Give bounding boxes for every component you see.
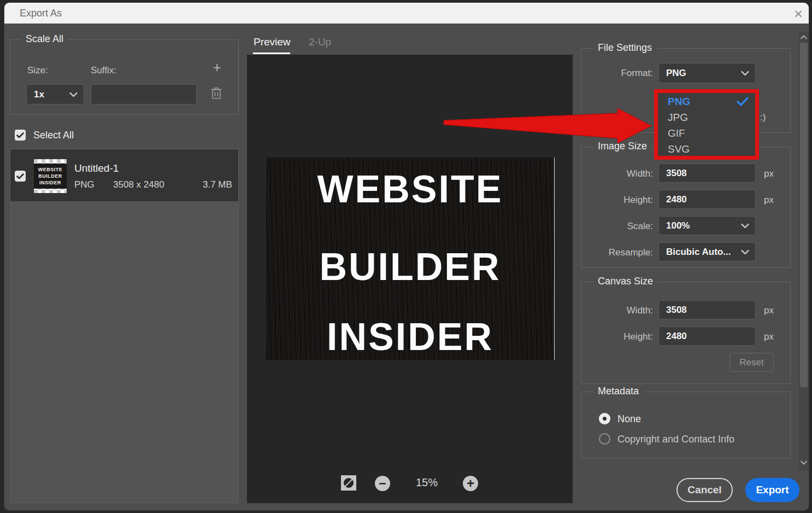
reset-button[interactable]: Reset: [729, 353, 774, 372]
scale-select[interactable]: 100%: [658, 216, 756, 235]
format-option-gif[interactable]: GIF: [668, 125, 744, 141]
export-button[interactable]: Export: [745, 478, 799, 502]
zoom-level: 15%: [411, 476, 443, 489]
canvas-height-unit: px: [764, 331, 774, 342]
check-icon: [16, 173, 24, 179]
file-name: Untitled-1: [74, 162, 119, 174]
image-width-input[interactable]: [658, 164, 756, 183]
select-all-checkbox[interactable]: [15, 130, 26, 141]
file-dimensions: 3508 x 2480: [113, 179, 164, 190]
canvas-height-input[interactable]: [658, 327, 756, 346]
chevron-down-icon: [741, 249, 749, 254]
metadata-copyright-radio[interactable]: [599, 433, 610, 445]
image-height-input[interactable]: [658, 190, 756, 209]
metadata-none-label: None: [617, 413, 641, 425]
fit-to-view-icon[interactable]: [341, 475, 356, 491]
zoom-out-button[interactable]: −: [375, 476, 390, 491]
tab-2up[interactable]: 2-Up: [309, 36, 331, 48]
size-select[interactable]: 1x: [26, 84, 84, 104]
metadata-section: [581, 392, 791, 458]
export-as-screen: Export As ✕ Scale All Size: Suffix: + 1x…: [0, 0, 812, 513]
format-option-svg[interactable]: SVG: [668, 141, 744, 157]
canvas-size-legend: Canvas Size: [593, 276, 658, 287]
scale-all-legend: Scale All: [21, 33, 68, 45]
canvas-height-label: Height:: [579, 331, 653, 342]
metadata-legend: Metadata: [593, 386, 644, 397]
image-width-unit: px: [764, 168, 774, 179]
trash-icon[interactable]: [210, 86, 223, 101]
format-dropdown-menu: PNG JPG GIF SVG: [654, 89, 759, 160]
chevron-down-icon: [69, 92, 78, 97]
format-option-png[interactable]: PNG: [668, 94, 744, 109]
metadata-none-radio[interactable]: [599, 413, 610, 424]
dialog-title: Export As: [20, 3, 62, 24]
file-thumbnail: WEBSITE BUILDER INSIDER: [34, 159, 67, 193]
cancel-button[interactable]: Cancel: [676, 478, 733, 502]
file-size: 3.7 MB: [203, 179, 232, 190]
format-label: Format:: [579, 68, 653, 79]
preview-image: WEBSITE BUILDER INSIDER: [266, 158, 555, 360]
canvas-width-label: Width:: [579, 305, 653, 316]
canvas-width-input[interactable]: [658, 300, 756, 319]
suffix-label: Suffix:: [91, 65, 116, 76]
chevron-down-icon: [741, 71, 749, 75]
canvas-width-unit: px: [764, 305, 774, 316]
file-thumbnail-image: WEBSITE BUILDER INSIDER: [34, 164, 67, 189]
scrollbar-thumb[interactable]: [800, 43, 808, 387]
selected-check-icon: [737, 97, 749, 106]
suffix-input[interactable]: [91, 84, 197, 104]
format-option-jpg[interactable]: JPG: [668, 109, 744, 125]
image-width-label: Width:: [579, 168, 653, 179]
clipped-setting-text: :): [760, 112, 766, 123]
format-select[interactable]: PNG: [658, 63, 756, 83]
active-tab-underline: [253, 53, 290, 54]
dialog-titlebar: Export As ✕: [4, 3, 809, 24]
zoom-in-button[interactable]: +: [463, 476, 478, 491]
chevron-down-icon: [741, 223, 749, 228]
select-all-label: Select All: [33, 130, 74, 141]
check-icon: [16, 132, 24, 138]
scale-label: Scale:: [579, 221, 653, 232]
image-height-unit: px: [764, 195, 774, 206]
add-scale-button[interactable]: +: [210, 60, 224, 74]
close-icon[interactable]: ✕: [790, 7, 807, 21]
scroll-down-icon[interactable]: [800, 460, 808, 465]
file-checkbox[interactable]: [15, 171, 26, 182]
export-file-list: [10, 149, 239, 503]
file-format: PNG: [74, 179, 95, 190]
file-settings-legend: File Settings: [593, 42, 657, 54]
resample-select[interactable]: Bicubic Auto...: [658, 242, 756, 261]
image-height-label: Height:: [579, 195, 653, 206]
metadata-copyright-label: Copyright and Contact Info: [617, 434, 734, 445]
resample-label: Resample:: [579, 247, 653, 258]
size-label: Size:: [27, 65, 48, 76]
annotation-arrow: [437, 104, 656, 148]
scroll-up-icon[interactable]: [800, 34, 808, 40]
tab-preview[interactable]: Preview: [254, 36, 291, 48]
